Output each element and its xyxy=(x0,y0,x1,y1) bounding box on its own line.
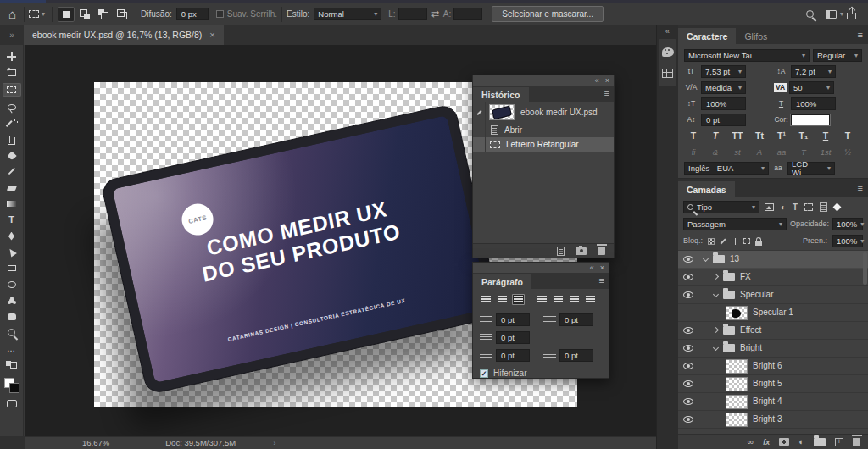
blend-mode-dropdown[interactable]: Passagem ▾ xyxy=(683,218,787,230)
height-input[interactable] xyxy=(453,8,482,20)
first-line-indent-input[interactable]: 0 pt xyxy=(496,331,530,344)
align-right-button[interactable] xyxy=(512,294,525,305)
lock-position-icon[interactable] xyxy=(732,238,738,245)
filter-shape-layers-icon[interactable] xyxy=(804,203,813,211)
layer-thumbnail[interactable] xyxy=(726,359,748,374)
text-color-swatch[interactable] xyxy=(791,114,830,125)
visibility-toggle[interactable] xyxy=(678,304,698,321)
layer-row-bright-4[interactable]: Bright 4 xyxy=(678,393,868,411)
opacity-dropdown[interactable]: 100% ▾ xyxy=(832,218,863,230)
lock-transparency-icon[interactable] xyxy=(708,238,715,245)
history-step-row[interactable]: Abrir xyxy=(473,123,614,137)
justify-last-left-button[interactable] xyxy=(536,294,548,305)
history-snapshot-row[interactable]: ebook medir UX.psd xyxy=(473,102,614,123)
ordinals-button[interactable]: 1st xyxy=(816,148,835,157)
swap-dimensions-icon[interactable]: ⇄ xyxy=(431,9,439,19)
close-panel-icon[interactable]: × xyxy=(605,77,609,85)
eraser-tool[interactable] xyxy=(3,182,21,193)
align-left-button[interactable] xyxy=(480,294,492,305)
tab-layers[interactable]: Camadas xyxy=(678,181,735,198)
layer-style-icon[interactable]: fx xyxy=(763,438,770,446)
filter-smart-objects-icon[interactable] xyxy=(820,202,827,212)
quick-mask-swatches[interactable] xyxy=(3,359,21,370)
layer-row-bright-3[interactable]: Bright 3 xyxy=(678,411,868,429)
justify-last-center-button[interactable] xyxy=(552,294,565,305)
collapse-group-icon[interactable] xyxy=(703,255,709,261)
small-caps-button[interactable]: Tt xyxy=(750,131,769,141)
zoom-level[interactable]: 16,67% xyxy=(82,439,109,447)
crop-tool[interactable] xyxy=(3,134,21,145)
collapse-panel-icon[interactable]: « xyxy=(595,77,599,85)
filter-toggle-icon[interactable] xyxy=(833,203,842,212)
fill-dropdown[interactable]: 100% ▾ xyxy=(832,235,863,247)
color-panel-icon[interactable] xyxy=(662,47,674,57)
lasso-tool[interactable] xyxy=(3,102,21,113)
language-dropdown[interactable]: Inglês - EUA ▾ xyxy=(684,162,769,175)
font-style-dropdown[interactable]: Regular ▾ xyxy=(813,49,862,62)
feather-input[interactable]: 0 px xyxy=(176,8,209,20)
space-before-input[interactable]: 0 pt xyxy=(496,349,530,362)
info-panel-icon[interactable] xyxy=(662,69,673,78)
titling-alternates-button[interactable]: T xyxy=(794,148,813,157)
ligatures-button[interactable]: fi xyxy=(684,148,703,157)
layer-row-group-effect[interactable]: Effect xyxy=(678,322,868,340)
add-selection-button[interactable] xyxy=(76,7,93,22)
close-panel-icon[interactable]: × xyxy=(600,264,604,272)
layer-row-group-13[interactable]: 13 xyxy=(678,251,868,269)
screen-mode-button[interactable] xyxy=(3,398,21,409)
edit-toolbar-button[interactable]: … xyxy=(3,343,21,354)
font-size-dropdown[interactable]: 7,53 pt ▾ xyxy=(701,65,746,78)
layer-row-bright-6[interactable]: Bright 6 xyxy=(678,358,868,375)
indent-right-input[interactable]: 0 pt xyxy=(559,313,593,326)
tool-preset-chevron-icon[interactable]: ▾ xyxy=(42,11,45,18)
filter-pixel-layers-icon[interactable] xyxy=(765,203,774,211)
layer-row-bright-5[interactable]: Bright 5 xyxy=(678,375,868,393)
strikethrough-button[interactable]: T xyxy=(838,131,857,141)
discretionary-ligatures-button[interactable]: st xyxy=(728,148,747,157)
ellipse-tool[interactable] xyxy=(3,279,21,290)
horizontal-scale-input[interactable]: 100% xyxy=(791,97,836,110)
layer-thumbnail[interactable] xyxy=(726,377,748,391)
swash-button[interactable]: A xyxy=(750,148,769,157)
new-selection-button[interactable] xyxy=(58,7,75,22)
layer-row-group-specular[interactable]: Specular xyxy=(678,286,868,304)
visibility-toggle[interactable] xyxy=(678,322,698,339)
eyedropper-tool[interactable] xyxy=(3,150,21,161)
link-layers-icon[interactable]: ∞ xyxy=(748,438,754,446)
adjustment-layer-icon[interactable]: ◐ xyxy=(798,437,804,446)
toolbar-overflow-icon[interactable]: » xyxy=(0,25,24,45)
tab-character[interactable]: Caractere xyxy=(678,28,736,45)
color-swatches[interactable] xyxy=(4,378,19,393)
layer-thumbnail[interactable] xyxy=(726,395,748,409)
faux-bold-button[interactable]: T xyxy=(684,131,703,141)
panel-menu-icon[interactable]: ≡ xyxy=(858,184,863,193)
frame-tool[interactable] xyxy=(3,67,21,78)
pen-tool[interactable] xyxy=(3,230,21,241)
baseline-shift-input[interactable]: 0 pt xyxy=(701,114,746,126)
panel-menu-icon[interactable]: ≡ xyxy=(599,276,604,285)
justify-last-right-button[interactable] xyxy=(568,294,581,305)
history-source-column[interactable] xyxy=(473,102,486,123)
visibility-toggle[interactable] xyxy=(678,251,698,268)
layer-row-group-bright[interactable]: Bright xyxy=(678,340,868,358)
faux-italic-button[interactable]: T xyxy=(706,131,725,141)
hyphenate-checkbox[interactable]: ✓ xyxy=(480,369,488,378)
indent-left-input[interactable]: 0 pt xyxy=(496,313,530,326)
style-dropdown[interactable]: Normal ▾ xyxy=(314,8,381,20)
home-icon[interactable]: ⌂ xyxy=(8,8,16,20)
superscript-button[interactable]: T¹ xyxy=(772,131,791,141)
history-source-column[interactable] xyxy=(473,137,486,152)
visibility-toggle[interactable] xyxy=(678,411,698,428)
antialias-dropdown[interactable]: LCD Wi... ▾ xyxy=(787,162,835,175)
filter-type-layers-icon[interactable]: T xyxy=(793,203,798,212)
expand-group-icon[interactable] xyxy=(713,273,719,279)
active-tool-icon[interactable] xyxy=(29,10,39,18)
type-tool[interactable]: T xyxy=(3,214,21,225)
expand-dock-icon[interactable]: « xyxy=(657,25,678,38)
contextual-alternates-button[interactable]: & xyxy=(706,148,725,157)
collapse-group-icon[interactable] xyxy=(713,291,719,297)
background-color-swatch[interactable] xyxy=(9,383,19,393)
layers-scrollbar[interactable] xyxy=(863,252,867,285)
tracking-dropdown[interactable]: 50 ▾ xyxy=(789,81,834,94)
visibility-toggle[interactable] xyxy=(678,375,698,392)
